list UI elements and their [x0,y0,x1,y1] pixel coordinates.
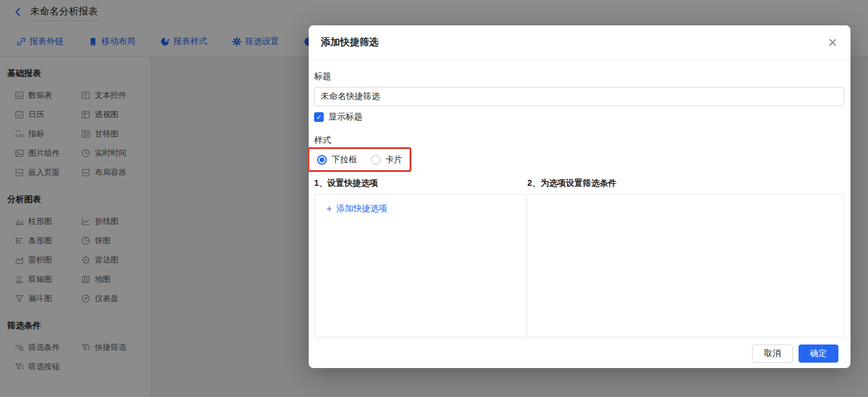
quick-options-panel: ＋ 添加快捷选项 [314,194,526,337]
style-radio-dropdown[interactable]: 下拉框 [317,154,357,165]
cancel-button[interactable]: 取消 [752,345,793,363]
style-radio-card[interactable]: 卡片 [371,154,402,165]
checked-checkbox-icon[interactable]: ✓ [314,112,324,122]
style-radio-label: 卡片 [385,154,402,165]
radio-unselected-icon[interactable] [371,155,381,165]
add-quick-option-label: 添加快捷选项 [336,203,387,214]
dialog-body: 标题 ✓ 显示标题 样式 下拉框卡片 1、设置快捷选项 2、为选项设置筛选条件 … [309,60,850,337]
show-title-checkbox-row[interactable]: ✓ 显示标题 [314,112,844,122]
title-field-label: 标题 [314,71,844,82]
dialog-footer: 取消 确定 [309,338,850,368]
show-title-label: 显示标题 [329,112,362,122]
dialog-header: 添加快捷筛选 × [309,25,850,60]
app-root: 未命名分析报表 报表外链移动布局报表样式筛选设置 基础报表数据表文本控件日历透视… [0,0,868,397]
options-panel-heading: 1、设置快捷选项 [314,178,527,189]
style-radio-label: 下拉框 [332,154,357,165]
plus-icon: ＋ [324,205,334,213]
panels-area: ＋ 添加快捷选项 [314,194,844,337]
close-icon[interactable]: × [828,36,837,48]
style-radio-group-highlight: 下拉框卡片 [307,147,411,172]
add-quick-option-link[interactable]: ＋ 添加快捷选项 [324,203,387,214]
radio-selected-icon[interactable] [317,155,327,165]
title-input[interactable] [314,87,844,106]
filter-conditions-panel [527,194,844,337]
add-quick-filter-dialog: 添加快捷筛选 × 标题 ✓ 显示标题 样式 下拉框卡片 1、设置快捷选项 2、为… [309,25,850,368]
dialog-title: 添加快捷筛选 [321,36,379,49]
panel-headings: 1、设置快捷选项 2、为选项设置筛选条件 [314,178,844,189]
ok-button[interactable]: 确定 [799,345,838,363]
style-group-label: 样式 [314,135,844,146]
conditions-panel-heading: 2、为选项设置筛选条件 [527,178,617,189]
